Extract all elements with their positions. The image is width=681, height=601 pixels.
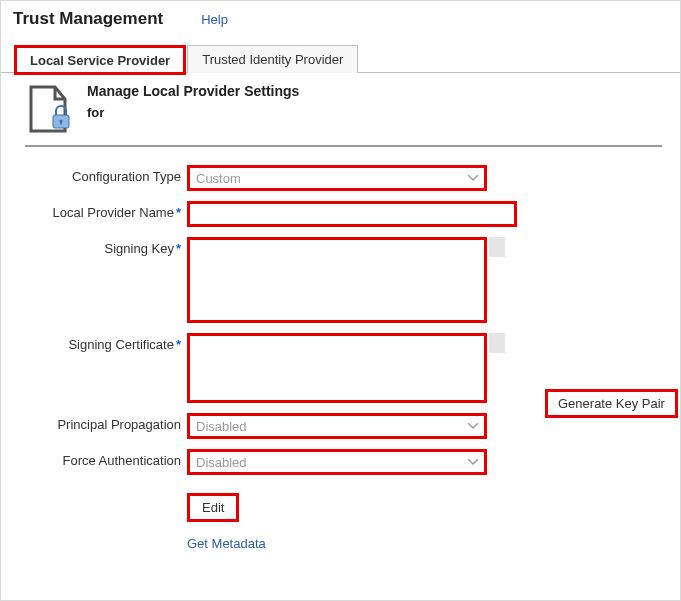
row-configuration-type: Configuration Type Custom <box>25 165 662 191</box>
row-signing-certificate: Signing Certificate* Generate Key Pair <box>25 333 662 403</box>
section-titles: Manage Local Provider Settings for <box>87 83 299 120</box>
svg-rect-2 <box>60 121 62 125</box>
required-marker: * <box>176 337 181 352</box>
label-force-authentication: Force Authentication <box>25 449 187 468</box>
section-divider <box>25 145 662 147</box>
get-metadata-link[interactable]: Get Metadata <box>187 536 662 551</box>
chevron-down-icon <box>468 175 478 181</box>
label-configuration-type: Configuration Type <box>25 165 187 184</box>
generate-key-pair-button[interactable]: Generate Key Pair <box>545 389 678 418</box>
help-link[interactable]: Help <box>201 12 228 27</box>
label-signing-certificate: Signing Certificate* <box>25 333 187 352</box>
chevron-down-icon <box>468 459 478 465</box>
signing-key-textarea[interactable] <box>187 237 487 323</box>
configuration-type-select[interactable]: Custom <box>187 165 487 191</box>
scrollbar-stub <box>489 237 505 257</box>
page-title: Trust Management <box>13 9 163 29</box>
row-signing-key: Signing Key* <box>25 237 662 323</box>
tab-trusted-identity-provider[interactable]: Trusted Identity Provider <box>187 45 358 73</box>
required-marker: * <box>176 241 181 256</box>
tab-content: Manage Local Provider Settings for Confi… <box>1 73 680 551</box>
edit-button[interactable]: Edit <box>187 493 239 522</box>
tab-bar: Local Service Provider Trusted Identity … <box>1 43 680 73</box>
label-signing-key: Signing Key* <box>25 237 187 256</box>
form-actions: Edit Get Metadata <box>187 493 662 551</box>
row-local-provider-name: Local Provider Name* <box>25 201 662 227</box>
section-subtitle: for <box>87 105 299 120</box>
select-value: Disabled <box>196 455 247 470</box>
document-lock-icon <box>25 83 73 135</box>
page-header: Trust Management Help <box>1 1 680 43</box>
select-value: Custom <box>196 171 241 186</box>
section-header: Manage Local Provider Settings for <box>25 83 662 135</box>
force-authentication-select[interactable]: Disabled <box>187 449 487 475</box>
label-principal-propagation: Principal Propagation <box>25 413 187 432</box>
signing-certificate-textarea[interactable] <box>187 333 487 403</box>
scrollbar-stub <box>489 333 505 353</box>
local-provider-name-input[interactable] <box>187 201 517 227</box>
required-marker: * <box>176 205 181 220</box>
tab-local-service-provider[interactable]: Local Service Provider <box>15 46 185 74</box>
section-title: Manage Local Provider Settings <box>87 83 299 99</box>
select-value: Disabled <box>196 419 247 434</box>
tab-label: Trusted Identity Provider <box>202 52 343 67</box>
principal-propagation-select[interactable]: Disabled <box>187 413 487 439</box>
label-local-provider-name: Local Provider Name* <box>25 201 187 220</box>
trust-management-page: Trust Management Help Local Service Prov… <box>0 0 681 601</box>
tab-label: Local Service Provider <box>30 53 170 68</box>
row-force-authentication: Force Authentication Disabled <box>25 449 662 475</box>
chevron-down-icon <box>468 423 478 429</box>
